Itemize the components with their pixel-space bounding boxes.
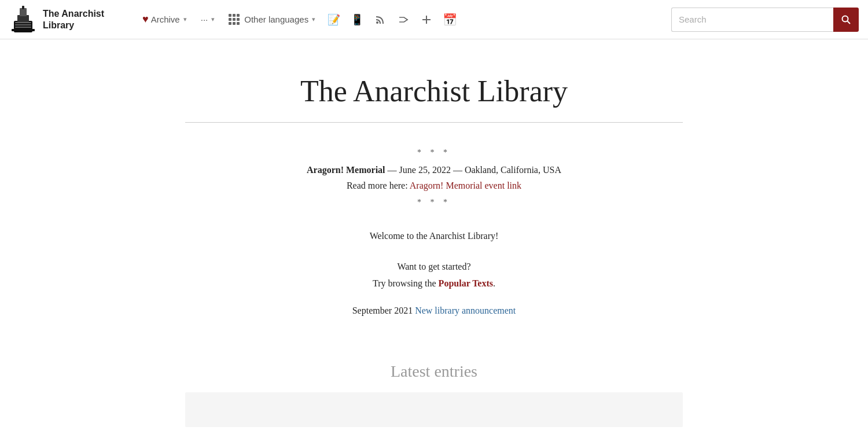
welcome-line1: Welcome to the Anarchist Library! [185, 228, 683, 245]
svg-point-8 [376, 21, 378, 24]
plus-icon [421, 14, 432, 25]
new-library-link[interactable]: New library announcement [415, 306, 516, 315]
latest-entries-title: Latest entries [185, 362, 683, 381]
browse-popular-line: Try browsing the Popular Texts. [185, 275, 683, 292]
grid-icon [229, 14, 240, 25]
svg-rect-4 [15, 22, 31, 23]
sept-section: September 2021 New library announcement [185, 306, 683, 316]
shuffle-icon [398, 14, 409, 25]
title-divider [185, 122, 683, 123]
search-button[interactable] [833, 8, 859, 32]
nav-rss-button[interactable] [370, 9, 391, 30]
latest-entries-section: Latest entries [185, 351, 683, 427]
nav-shuffle-button[interactable] [393, 9, 414, 30]
page-title: The Anarchist Library [185, 74, 683, 108]
brand-logo[interactable]: The Anarchist Library [9, 3, 137, 36]
announcement-section: * * * Aragorn! Memorial — June 25, 2022 … [185, 146, 683, 209]
get-started-section: Want to get started? Try browsing the Po… [185, 259, 683, 292]
nav-archive[interactable]: ♥ Archive ▾ [137, 10, 193, 29]
stars-bottom: * * * [185, 196, 683, 209]
welcome-section: Welcome to the Anarchist Library! [185, 228, 683, 245]
svg-rect-5 [15, 24, 31, 25]
nav-add-button[interactable] [416, 9, 437, 30]
svg-line-12 [848, 21, 851, 24]
announcement-detail: — June 25, 2022 — Oakland, California, U… [388, 165, 561, 175]
nav-book-button[interactable]: 📝 [323, 9, 344, 30]
announcement-bold: Aragorn! Memorial [307, 165, 385, 175]
heart-icon: ♥ [142, 13, 149, 25]
announcement-read-more: Read more here: Aragorn! Memorial event … [185, 178, 683, 193]
svg-rect-7 [22, 6, 24, 9]
more-chevron-icon: ▾ [211, 16, 215, 23]
search-input[interactable] [671, 8, 833, 32]
svg-rect-3 [12, 29, 35, 31]
nav-more[interactable]: ··· ▾ [195, 11, 221, 28]
search-icon [841, 14, 851, 25]
aragorn-memorial-link[interactable]: Aragorn! Memorial event link [410, 181, 521, 190]
search-area [671, 8, 859, 32]
logo-icon [9, 3, 37, 36]
rss-icon [375, 14, 385, 25]
popular-texts-link[interactable]: Popular Texts [439, 278, 493, 288]
brand-text: The Anarchist Library [43, 8, 104, 30]
navbar: The Anarchist Library ♥ Archive ▾ ··· ▾ [0, 0, 868, 39]
nav-tablet-button[interactable]: 📱 [347, 9, 367, 30]
announcement-text: Aragorn! Memorial — June 25, 2022 — Oakl… [185, 162, 683, 178]
svg-rect-6 [15, 27, 31, 28]
nav-languages[interactable]: Other languages ▾ [223, 10, 321, 29]
archive-chevron-icon: ▾ [183, 16, 187, 23]
nav-calendar-button[interactable]: 📅 [439, 9, 460, 30]
svg-rect-2 [20, 8, 27, 16]
languages-chevron-icon: ▾ [312, 16, 315, 23]
svg-point-11 [843, 16, 848, 21]
stars-top: * * * [185, 146, 683, 160]
main-content: The Anarchist Library * * * Aragorn! Mem… [174, 39, 694, 434]
main-nav: ♥ Archive ▾ ··· ▾ Other languages ▾ 📝 📱 [137, 9, 671, 30]
want-started-line: Want to get started? [185, 259, 683, 275]
latest-entries-card [185, 392, 683, 427]
